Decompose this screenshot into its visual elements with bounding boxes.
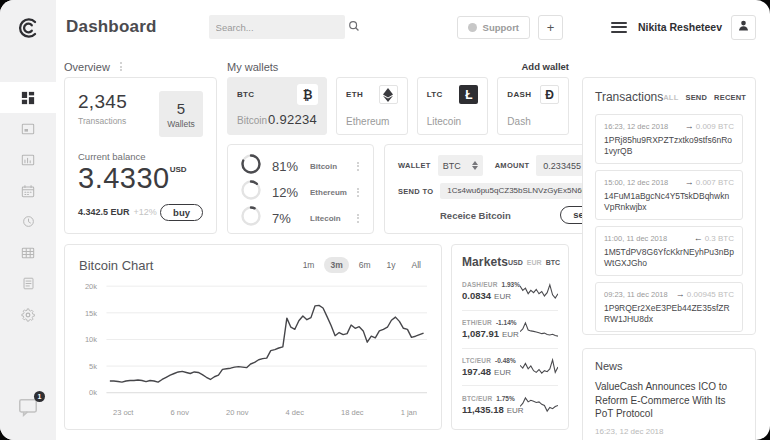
allocation-percent: 7% — [272, 211, 310, 226]
allocation-kebab-menu-icon[interactable] — [355, 160, 361, 173]
wallets-count-box[interactable]: 5 Wallets — [159, 91, 203, 137]
y-tick-label: 10k — [85, 335, 97, 344]
transaction-item[interactable]: 16:23, 12 dec 2018 →0.009 BTC 1PRj85hu9R… — [595, 114, 743, 164]
transactions-title: Transactions — [595, 90, 663, 104]
x-tick-label: 6 nov — [171, 408, 189, 417]
market-row[interactable]: BTC/EUR 1.75% 11,435.18 EUR — [462, 385, 558, 423]
buy-button[interactable]: buy — [160, 204, 203, 222]
transaction-direction-arrow-icon: → — [685, 121, 694, 131]
top-bar: Dashboard Support + Nikita Resheteev — [56, 0, 770, 54]
search-box — [209, 15, 345, 39]
transaction-item[interactable]: 11:00, 11 dec 2018 ←0.3 BTC 1M5TdPV8G6Yf… — [595, 226, 743, 276]
x-tick-label: 1 jan — [401, 408, 417, 417]
balance-change-percent: +12% — [134, 207, 157, 217]
wallet-select[interactable]: BTC — [438, 155, 483, 176]
currency-icon: ₿ — [298, 85, 317, 104]
overview-section: Overview 2,345 Transactions 5 — [64, 56, 217, 234]
news-card: News ValueCash Announces ICO to Reform E… — [582, 348, 756, 440]
wallet-icon — [21, 122, 35, 136]
markets-currency-tab[interactable]: EUR — [527, 259, 542, 266]
wallet-code: ETH — [346, 90, 363, 99]
sidebar-item-settings[interactable] — [0, 299, 56, 330]
chart-range-tab[interactable]: All — [406, 257, 427, 273]
wallets-count: 5 — [177, 100, 185, 117]
wallet-card[interactable]: ETH Ethereum — [336, 77, 408, 135]
wallet-card[interactable]: DASH Đ Dash — [497, 77, 569, 135]
clock-icon — [22, 215, 35, 228]
support-button[interactable]: Support — [457, 16, 530, 39]
stats-icon — [21, 153, 35, 167]
market-price: 0.0834 — [462, 290, 491, 301]
allocation-kebab-menu-icon[interactable] — [355, 212, 361, 225]
transaction-address: 14FuM1aBgcNc4Y5TskDBqhwknVpRnkwjbx — [604, 191, 734, 213]
sidebar-item-documents[interactable] — [0, 268, 56, 299]
transactions-tab[interactable]: RECENT — [714, 93, 746, 102]
transaction-item[interactable]: 15:00, 12 dec 2018 →0.007 BTC 14FuM1aBgc… — [595, 170, 743, 220]
allocation-kebab-menu-icon[interactable] — [355, 186, 361, 199]
markets-currency-tab[interactable]: BTC — [546, 259, 560, 266]
transaction-amount: →0.009 BTC — [685, 121, 734, 131]
chat-bubble-icon — [17, 404, 39, 421]
sidebar-item-clock[interactable] — [0, 206, 56, 237]
sidebar-item-table[interactable] — [0, 237, 56, 268]
allocation-row: 12% Ethereum — [240, 179, 361, 205]
chart-range-tab[interactable]: 6m — [353, 257, 377, 273]
chart-range-tab[interactable]: 1y — [381, 257, 402, 273]
allocation-percent: 12% — [272, 185, 310, 200]
transactions-tab[interactable]: ALL — [663, 93, 678, 102]
allocation-row: 81% Bitcoin — [240, 153, 361, 179]
sidebar-item-stats[interactable] — [0, 144, 56, 175]
overview-kebab-menu-icon[interactable] — [118, 60, 124, 73]
market-row[interactable]: DASH/EUR 1.93% 0.0834 EUR — [462, 273, 558, 310]
main-area: Dashboard Support + Nikita Resheteev — [56, 0, 770, 440]
transactions-list: 16:23, 12 dec 2018 →0.009 BTC 1PRj85hu9R… — [595, 114, 743, 335]
transaction-item[interactable]: 09:23, 11 dec 2018 →0.00945 BTC 1P9RQEr2… — [595, 282, 743, 332]
sidebar-item-calendar[interactable] — [0, 175, 56, 206]
market-change-percent: -1.14% — [496, 319, 517, 326]
chart-range-tab[interactable]: 1m — [297, 257, 321, 273]
chat-button[interactable]: 1 — [17, 396, 39, 422]
transaction-direction-arrow-icon: → — [676, 289, 685, 299]
wallets-count-label: Wallets — [167, 119, 195, 129]
x-tick-label: 4 dec — [286, 408, 304, 417]
chart-x-axis: 23 oct 6 nov 20 nov 4 dec 18 dec 1 jan — [79, 399, 427, 419]
add-wallet-button[interactable]: Add wallet — [521, 61, 569, 72]
my-wallets-section: My wallets Add wallet BTC ₿ — [227, 56, 569, 234]
sidebar-nav — [0, 82, 56, 330]
add-button[interactable]: + — [538, 15, 563, 40]
market-pair: LTC/EUR — [462, 357, 491, 364]
crypto-dashboard-app: 1 Dashboard Support + Nikita Resheteev — [0, 0, 770, 440]
markets-title: Markets — [462, 255, 508, 269]
user-person-icon — [737, 18, 750, 36]
sidebar-item-wallet[interactable] — [0, 113, 56, 144]
sidebar: 1 — [0, 0, 56, 440]
donut-progress-icon — [240, 205, 262, 231]
currency-icon: Đ — [540, 85, 559, 104]
wallet-name: Litecoin — [427, 116, 461, 127]
search-input[interactable] — [216, 22, 348, 33]
wallet-card[interactable]: BTC ₿ Bitcoin 0.92234 — [227, 77, 327, 135]
user-name[interactable]: Nikita Resheteev — [638, 21, 722, 33]
market-currency: EUR — [494, 368, 511, 377]
market-row[interactable]: LTC/EUR -0.48% 197.48 EUR — [462, 348, 558, 386]
sidebar-item-dashboard[interactable] — [0, 82, 56, 113]
avatar[interactable] — [731, 15, 756, 40]
wallet-card[interactable]: LTC Ł Litecoin — [417, 77, 489, 135]
app-logo-icon[interactable] — [0, 0, 56, 56]
wallet-select-value: BTC — [443, 161, 461, 171]
market-row[interactable]: ETH/EUR -1.14% 1,087.91 EUR — [462, 310, 558, 348]
news-title: News — [595, 360, 743, 372]
market-sparkline-chart — [520, 283, 558, 300]
chart-range-tab[interactable]: 3m — [324, 257, 348, 273]
receive-bitcoin-link[interactable]: Receice Bitcoin — [440, 210, 511, 221]
current-balance-currency: USD — [170, 165, 187, 174]
market-sparkline-chart — [520, 358, 558, 375]
wallet-code: BTC — [237, 90, 254, 99]
news-headline[interactable]: ValueCash Announces ICO to Reform E-Comm… — [595, 380, 743, 421]
transactions-tab[interactable]: SEND — [685, 93, 707, 102]
market-price: 1,087.91 — [462, 328, 499, 339]
menu-hamburger-icon[interactable] — [611, 19, 627, 35]
chat-notification-badge: 1 — [34, 391, 45, 402]
search-icon[interactable] — [348, 18, 360, 36]
markets-currency-tab[interactable]: USD — [508, 259, 523, 266]
